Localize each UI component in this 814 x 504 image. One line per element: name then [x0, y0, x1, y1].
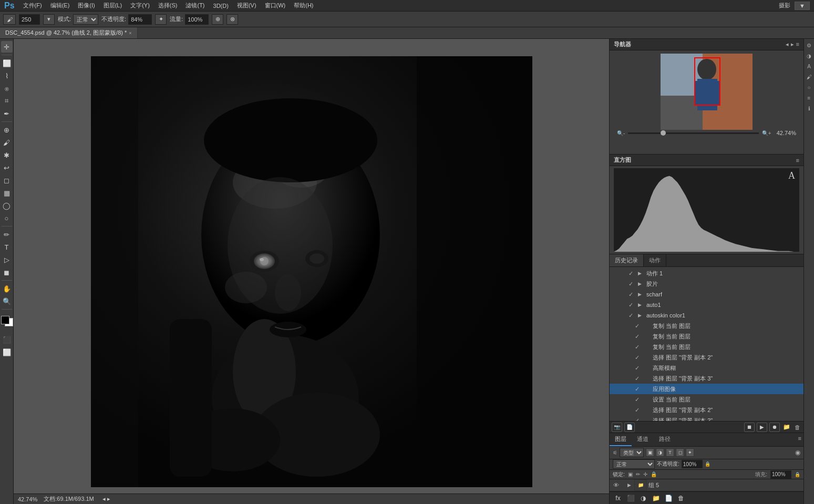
shape-tool[interactable]: ◼ [1, 266, 13, 278]
history-item-12[interactable]: ✓设置 当前 图层 [610, 394, 803, 405]
crop-tool[interactable]: ⌗ [1, 95, 13, 107]
tab-actions[interactable]: 动作 [644, 254, 666, 266]
brush-tool[interactable]: 🖌 [1, 137, 13, 148]
layer-new-btn[interactable]: 📄 [663, 493, 674, 503]
tab-history[interactable]: 历史记录 [610, 254, 644, 266]
lock-position-btn[interactable]: ✛ [643, 471, 647, 477]
filter-adjust[interactable]: ◑ [656, 448, 664, 457]
menu-item-选择(S)[interactable]: 选择(S) [154, 1, 182, 11]
menu-item-滤镜(T)[interactable]: 滤镜(T) [181, 1, 209, 11]
history-item-11[interactable]: ✓应用图像 [610, 384, 803, 394]
history-item-3[interactable]: ✓▶auto1 [610, 300, 803, 310]
flow-input[interactable] [185, 14, 209, 25]
tool-preset-btn[interactable]: 🖌 [3, 14, 16, 25]
history-item-8[interactable]: ✓选择 图层 "背景 副本 2" [610, 352, 803, 363]
quick-select-tool[interactable]: ⍟ [1, 83, 13, 94]
stylus-btn1[interactable]: ⊕ [212, 14, 223, 25]
spot-heal-tool[interactable]: ⊕ [1, 124, 13, 136]
side-paint[interactable]: 🖌 [805, 73, 813, 81]
pen-tool[interactable]: ✏ [1, 229, 13, 240]
history-stop[interactable]: ⏹ [744, 423, 755, 432]
side-type[interactable]: A [805, 62, 813, 70]
blend-mode-select[interactable]: 正常 [73, 14, 98, 25]
menu-item-窗口(W)[interactable]: 窗口(W) [261, 1, 290, 11]
history-item-5[interactable]: ✓复制 当前 图层 [610, 321, 803, 331]
side-circle[interactable]: ○ [805, 83, 813, 91]
hand-tool[interactable]: ✋ [1, 283, 13, 294]
history-brush-tool[interactable]: ↩ [1, 162, 13, 173]
hist-menu[interactable]: ≡ [796, 157, 799, 163]
history-item-2[interactable]: ✓▶scharf [610, 289, 803, 300]
layer-group-btn[interactable]: 📁 [651, 493, 661, 503]
menu-item-文字(Y)[interactable]: 文字(Y) [126, 1, 154, 11]
history-item-0[interactable]: ✓▶动作 1 [610, 268, 803, 279]
move-tool[interactable]: ✛ [1, 41, 13, 53]
menu-item-3D(D)[interactable]: 3D(D) [209, 2, 233, 10]
layer-adjust-btn[interactable]: ◑ [638, 493, 648, 503]
layer-group5[interactable]: 👁 ▶ 📁 组 5 [610, 479, 803, 491]
path-select-tool[interactable]: ▷ [1, 254, 13, 265]
text-tool[interactable]: T [1, 241, 13, 253]
menu-item-图层(L)[interactable]: 图层(L) [99, 1, 126, 11]
history-item-6[interactable]: ✓复制 当前 图层 [610, 331, 803, 342]
filter-smart[interactable]: ✦ [686, 448, 694, 457]
marquee-tool[interactable]: ⬜ [1, 57, 13, 69]
layer-mask-btn[interactable]: ⬛ [625, 493, 636, 503]
zoom-tool[interactable]: 🔍 [1, 295, 13, 307]
menu-item-视图(V)[interactable]: 视图(V) [233, 1, 261, 11]
side-info[interactable]: ℹ [805, 104, 813, 112]
clone-tool[interactable]: ✱ [1, 149, 13, 161]
brush-size-input[interactable] [19, 14, 40, 25]
history-record[interactable]: ⏺ [769, 423, 780, 432]
menu-item-帮助(H)[interactable]: 帮助(H) [290, 1, 317, 11]
nav-arrow-left[interactable]: ◂ [786, 41, 789, 48]
side-gear[interactable]: ⚙ [805, 41, 813, 49]
nav-arrow-right[interactable]: ▸ [791, 41, 794, 48]
dodge-tool[interactable]: ○ [1, 212, 13, 224]
eraser-tool[interactable]: ◻ [1, 174, 13, 186]
layer-delete-btn[interactable]: 🗑 [676, 493, 686, 503]
side-adjust[interactable]: ◑ [805, 52, 813, 60]
history-item-1[interactable]: ✓▶胶片 [610, 279, 803, 289]
layer-blend-select[interactable]: 正常 [613, 459, 655, 469]
nav-arrows[interactable]: ◂ ▸ [102, 496, 110, 502]
zoom-minus[interactable]: 🔍- [617, 130, 625, 136]
lock-pixels-btn[interactable]: ✏ [636, 471, 640, 477]
active-tab[interactable]: DSC_4554.psd @ 42.7% (曲线 2, 图层蒙版/8) * × [0, 27, 138, 38]
tab-paths[interactable]: 路径 [654, 433, 676, 446]
history-item-4[interactable]: ✓▶autoskin color1 [610, 310, 803, 321]
opacity-input[interactable] [128, 14, 152, 25]
zoom-slider[interactable] [628, 132, 759, 134]
fill-input[interactable] [770, 470, 791, 479]
blur-tool[interactable]: ◯ [1, 200, 13, 211]
history-delete[interactable]: 🗑 [795, 424, 800, 430]
history-item-9[interactable]: ✓高斯模糊 [610, 363, 803, 373]
zoom-thumb[interactable] [661, 130, 666, 136]
lasso-tool[interactable]: ⌇ [1, 70, 13, 81]
history-item-10[interactable]: ✓选择 图层 "背景 副本 3" [610, 373, 803, 384]
filter-text[interactable]: T [666, 448, 674, 457]
filter-shape[interactable]: ◻ [676, 448, 684, 457]
quick-mask-btn[interactable]: ⬛ [1, 334, 13, 345]
history-item-13[interactable]: ✓选择 图层 "背景 副本 2" [610, 405, 803, 415]
layers-menu-btn[interactable]: ≡ [796, 433, 803, 446]
tab-close-btn[interactable]: × [129, 30, 131, 36]
history-item-14[interactable]: ✓选择 图层 "背景 副本 2" [610, 415, 803, 421]
zoom-plus[interactable]: 🔍+ [762, 130, 771, 136]
menu-item-文件(F)[interactable]: 文件(F) [19, 1, 46, 11]
workspace-select-btn[interactable]: ▼ [795, 2, 810, 10]
tab-channels[interactable]: 通道 [632, 433, 654, 446]
menu-item-图像(I)[interactable]: 图像(I) [74, 1, 99, 11]
tab-layers[interactable]: 图层 [610, 433, 632, 446]
side-layers2[interactable]: ≡ [805, 94, 813, 102]
opacity-input[interactable] [682, 460, 703, 468]
stylus-btn2[interactable]: ⊗ [226, 14, 238, 25]
menu-item-编辑(E)[interactable]: 编辑(E) [46, 1, 74, 11]
history-new-snapshot[interactable]: 📷 [612, 423, 622, 432]
history-folder[interactable]: 📁 [783, 424, 790, 430]
layer-type-select[interactable]: 类型 [620, 448, 644, 457]
filter-pixel[interactable]: ▣ [646, 448, 654, 457]
canvas-area[interactable]: 42.74% 文档:69.1M/693.1M ◂ ▸ [14, 39, 609, 504]
fg-color-swatch[interactable] [1, 316, 9, 324]
airbrush-btn[interactable]: ✦ [155, 14, 167, 25]
